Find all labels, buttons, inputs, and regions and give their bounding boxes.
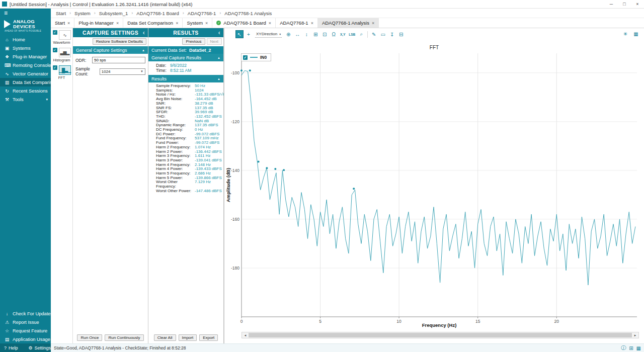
- breadcrumb-item-start[interactable]: Start: [56, 11, 66, 16]
- data-set-comparison-icon: ▥: [5, 80, 10, 85]
- clear-all-button[interactable]: Clear All: [154, 334, 176, 341]
- fft-icon[interactable]: ▁█▃▁: [59, 65, 71, 75]
- result-label: Worst Other Frequency:: [156, 180, 195, 189]
- close-icon[interactable]: ×: [176, 21, 178, 26]
- sample-count-select[interactable]: 1024 ▼: [100, 68, 145, 75]
- collapse-left-icon[interactable]: ‹: [218, 29, 220, 36]
- v-scale-tool-icon[interactable]: ↕: [302, 30, 310, 38]
- sidebar-item-home[interactable]: ⌂Home: [0, 35, 51, 44]
- general-capture-settings-section[interactable]: General Capture Settings ▲: [73, 46, 148, 54]
- sidebar-item-application-usage-logging[interactable]: ▤Application Usage Logging: [0, 335, 51, 343]
- fit-view-tool-icon[interactable]: ⊞: [311, 30, 319, 38]
- legend-checkbox-checked-icon[interactable]: ✓: [243, 55, 248, 60]
- settings-button[interactable]: ⚙ Settings: [24, 343, 51, 352]
- minimize-button[interactable]: ─: [605, 0, 618, 8]
- app-icon: [2, 2, 7, 7]
- close-icon[interactable]: ×: [67, 21, 70, 26]
- breadcrumb-item-system[interactable]: System: [74, 11, 91, 16]
- collapse-left-icon[interactable]: ‹: [143, 29, 145, 36]
- h-scale-tool-icon[interactable]: ↔: [293, 30, 301, 38]
- sidebar-item-remoting-console[interactable]: ⌨Remoting Console: [0, 61, 51, 69]
- tab-adaq7768-1[interactable]: ADAQ7768-1×: [276, 18, 318, 28]
- close-icon[interactable]: ×: [205, 21, 208, 26]
- window-title: [Untitled Session] - Analysis | Control …: [10, 2, 193, 7]
- tab-system[interactable]: System×: [183, 18, 212, 28]
- draw-tool-icon[interactable]: ✎: [370, 30, 378, 38]
- tab-label: Plug-in Manager: [78, 20, 114, 26]
- sidebar-item-report-issue[interactable]: ⚠Report Issue: [0, 318, 51, 326]
- scrollbar-thumb[interactable]: [249, 333, 632, 337]
- results-section[interactable]: Results ▲: [148, 75, 223, 82]
- marker-tool-icon[interactable]: +: [245, 30, 253, 38]
- close-icon[interactable]: ×: [116, 21, 119, 26]
- close-icon[interactable]: ×: [311, 21, 313, 26]
- checkbox-checked-icon[interactable]: ✓: [53, 48, 57, 52]
- checkbox-checked-icon[interactable]: ✓: [53, 30, 57, 35]
- maximize-button[interactable]: □: [618, 0, 631, 8]
- sidebar-item-label: Check For Updates: [13, 311, 53, 316]
- units-tool-icon[interactable]: LSB: [348, 30, 356, 38]
- export-button[interactable]: Export: [199, 334, 218, 341]
- run-once-button[interactable]: Run Once: [77, 334, 102, 341]
- current-dataset-label: Current Data Set:: [151, 48, 187, 53]
- odr-input[interactable]: [92, 57, 145, 63]
- grid-icon[interactable]: ▦: [636, 345, 641, 351]
- breadcrumb-item-adaq7768-1-board[interactable]: ADAQ7768-1 Board: [136, 11, 179, 16]
- grid-view-icon[interactable]: ▦: [632, 30, 640, 38]
- tab-adaq7768-1-analysis[interactable]: ADAQ7768-1 Analysis×: [318, 18, 379, 28]
- scroll-right-icon[interactable]: ▸: [632, 332, 638, 338]
- help-button[interactable]: ? Help: [0, 343, 24, 352]
- tab-start[interactable]: Start×: [51, 18, 74, 28]
- sidebar-item-data-set-comparison[interactable]: ▥Data Set Comparison: [0, 78, 51, 86]
- measure-tool-icon[interactable]: ▭: [379, 30, 387, 38]
- close-button[interactable]: ×: [631, 0, 644, 8]
- tab-data-set-comparison[interactable]: Data Set Comparison×: [123, 18, 183, 28]
- waveform-mode-tool-icon[interactable]: Ω: [330, 30, 338, 38]
- sidebar-item-check-for-updates[interactable]: ↓Check For Updates: [0, 309, 51, 318]
- remoting-console-icon: ⌨: [5, 63, 10, 68]
- box-zoom-tool-icon[interactable]: ⊡: [320, 30, 329, 38]
- waveform-icon[interactable]: ∿: [59, 30, 71, 40]
- info-icon[interactable]: ⓘ: [621, 344, 626, 351]
- chart-legend[interactable]: ✓ IN0: [241, 53, 271, 61]
- fft-plot[interactable]: -100-120-140-160-18005101520Frequency (H…: [225, 51, 643, 331]
- breadcrumb-item-adaq7768-1[interactable]: ADAQ7768-1: [188, 11, 216, 16]
- plot-options-icon[interactable]: ✳: [621, 30, 629, 38]
- xy-readout-tool-icon[interactable]: X,Y: [339, 30, 347, 38]
- breadcrumb-item-subsystem-1[interactable]: Subsystem_1: [99, 11, 128, 16]
- breadcrumb: Start›System›Subsystem_1›ADAQ7768-1 Boar…: [51, 9, 644, 18]
- sidebar-item-vector-generator[interactable]: ∿Vector Generator: [0, 69, 51, 78]
- sidebar-item-request-feature[interactable]: ☆Request Feature: [0, 326, 51, 335]
- general-capture-results-section[interactable]: General Capture Results ▲: [148, 54, 223, 61]
- previous-button[interactable]: Previous: [182, 38, 205, 45]
- tab-adaq7768-1-board[interactable]: ✓ADAQ7768-1 Board×: [212, 18, 276, 28]
- result-row: Worst Other Power:-147.486 dBFS: [156, 189, 222, 194]
- report-issue-icon: ⚠: [5, 320, 10, 325]
- histogram-icon[interactable]: ▃▆▂: [59, 48, 71, 57]
- search-tool-icon[interactable]: ⌕: [357, 30, 365, 38]
- export-image-tool-icon[interactable]: ↧: [388, 30, 396, 38]
- close-icon[interactable]: ×: [269, 21, 271, 26]
- sidebar-item-recent-sessions[interactable]: ↻Recent Sessions▾: [0, 86, 51, 95]
- copy-plot-tool-icon[interactable]: ⊟: [397, 30, 405, 38]
- sidebar-item-plug-in-manager[interactable]: ❖Plug-in Manager: [0, 52, 51, 61]
- result-value: -147.486 dBFS: [195, 189, 222, 194]
- horizontal-scrollbar[interactable]: ◂ ▸: [242, 332, 639, 338]
- view-toggle-waveform: ✓∿Waveform: [51, 30, 72, 45]
- xy-direction-select[interactable]: XYDirection▾: [255, 31, 282, 38]
- cursor-tool-icon[interactable]: ↖: [235, 30, 244, 38]
- import-button[interactable]: Import: [179, 334, 197, 341]
- hamburger-menu-icon[interactable]: ≡: [0, 9, 51, 18]
- pan-tool-icon[interactable]: ⊕: [284, 30, 292, 38]
- scroll-left-icon[interactable]: ◂: [242, 332, 249, 338]
- run-continuously-button[interactable]: Run Continuously: [105, 334, 143, 341]
- next-button[interactable]: Next: [207, 38, 222, 45]
- layout-icon[interactable]: ⊞: [629, 345, 633, 351]
- tab-plug-in-manager[interactable]: Plug-in Manager×: [74, 18, 123, 28]
- close-icon[interactable]: ×: [372, 21, 374, 26]
- restore-defaults-button[interactable]: Restore Software Defaults: [93, 38, 146, 45]
- breadcrumb-item-adaq7768-1-analysis[interactable]: ADAQ7768-1 Analysis: [224, 11, 272, 16]
- checkbox-checked-icon[interactable]: ✓: [53, 65, 57, 70]
- sidebar-item-tools[interactable]: ⚒Tools▾: [0, 95, 51, 104]
- sidebar-item-systems[interactable]: ▣Systems: [0, 44, 51, 52]
